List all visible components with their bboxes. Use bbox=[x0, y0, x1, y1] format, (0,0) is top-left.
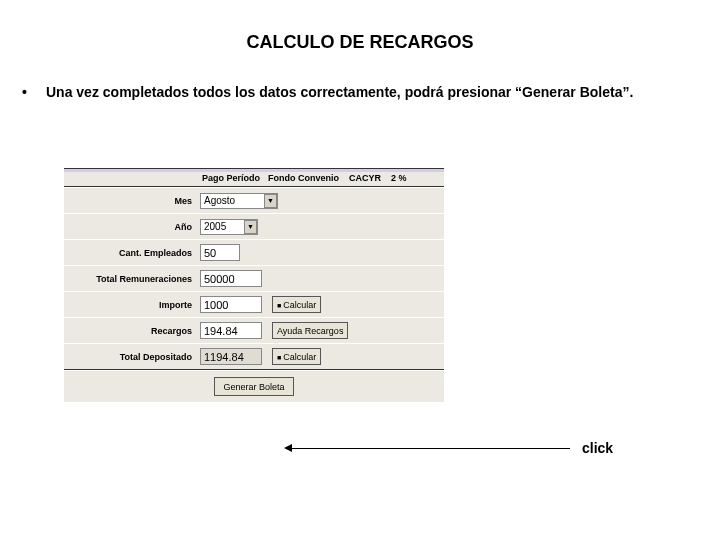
input-cant-empleados[interactable] bbox=[200, 244, 240, 261]
label-anio: Año bbox=[64, 222, 200, 232]
chevron-down-icon[interactable]: ▼ bbox=[244, 220, 257, 234]
row-cant: Cant. Empleados bbox=[64, 239, 444, 265]
label-total-rem: Total Remuneraciones bbox=[64, 274, 200, 284]
page-title: CALCULO DE RECARGOS bbox=[0, 0, 720, 65]
select-anio[interactable]: 2005 ▼ bbox=[200, 219, 258, 235]
row-total-rem: Total Remuneraciones bbox=[64, 265, 444, 291]
ayuda-recargos-button[interactable]: Ayuda Recargos bbox=[272, 322, 348, 339]
label-total-dep: Total Depositado bbox=[64, 352, 200, 362]
header-pago-periodo: Pago Período bbox=[202, 173, 260, 183]
label-cant: Cant. Empleados bbox=[64, 248, 200, 258]
instruction-row: • Una vez completados todos los datos co… bbox=[0, 65, 720, 102]
footer-row: Generar Boleta bbox=[64, 370, 444, 402]
arrow-head-icon bbox=[284, 444, 292, 452]
label-mes: Mes bbox=[64, 196, 200, 206]
row-total-dep: Total Depositado Calcular bbox=[64, 343, 444, 369]
input-importe[interactable] bbox=[200, 296, 262, 313]
row-recargos: Recargos Ayuda Recargos bbox=[64, 317, 444, 343]
select-mes-value: Agosto bbox=[204, 195, 262, 206]
header-fondo-convenio: Fondo Convenio bbox=[268, 173, 339, 183]
form-panel: Pago Período Fondo Convenio CACYR 2 % Me… bbox=[64, 168, 444, 402]
select-anio-value: 2005 bbox=[204, 221, 242, 232]
header-2pct: 2 % bbox=[391, 173, 407, 183]
row-importe: Importe Calcular bbox=[64, 291, 444, 317]
input-total-depositado bbox=[200, 348, 262, 365]
instruction-text: Una vez completados todos los datos corr… bbox=[46, 83, 678, 102]
form-header: Pago Período Fondo Convenio CACYR 2 % bbox=[64, 168, 444, 186]
arrow-line bbox=[290, 448, 570, 449]
annotation-arrow bbox=[290, 448, 570, 449]
annotation-click-label: click bbox=[582, 440, 613, 456]
chevron-down-icon[interactable]: ▼ bbox=[264, 194, 277, 208]
label-recargos: Recargos bbox=[64, 326, 200, 336]
calcular-importe-button[interactable]: Calcular bbox=[272, 296, 321, 313]
input-total-remuneraciones[interactable] bbox=[200, 270, 262, 287]
generar-boleta-button[interactable]: Generar Boleta bbox=[214, 377, 293, 396]
input-recargos[interactable] bbox=[200, 322, 262, 339]
row-anio: Año 2005 ▼ bbox=[64, 213, 444, 239]
header-cacyr: CACYR bbox=[349, 173, 381, 183]
select-mes[interactable]: Agosto ▼ bbox=[200, 193, 278, 209]
calcular-total-button[interactable]: Calcular bbox=[272, 348, 321, 365]
bullet-marker: • bbox=[22, 83, 46, 102]
label-importe: Importe bbox=[64, 300, 200, 310]
row-mes: Mes Agosto ▼ bbox=[64, 187, 444, 213]
